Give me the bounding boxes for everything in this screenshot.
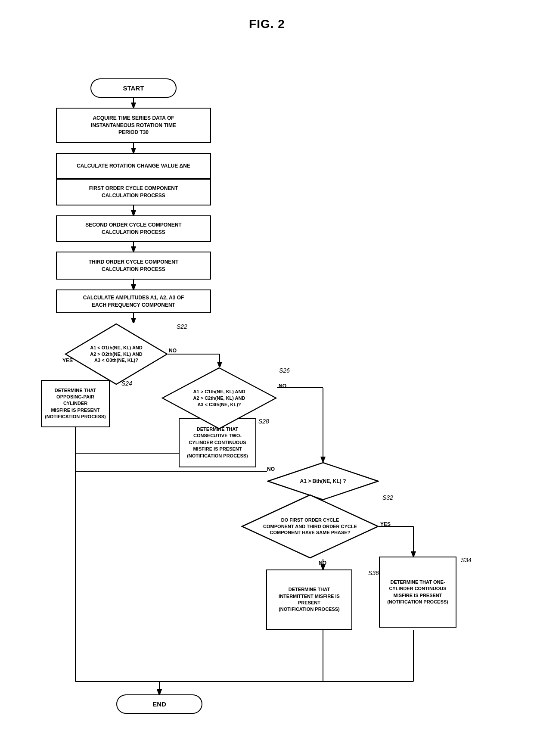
s20-text: CALCULATE AMPLITUDES A1, A2, A3 OF EACH … bbox=[83, 294, 184, 309]
s16-text: SECOND ORDER CYCLE COMPONENT CALCULATION… bbox=[85, 221, 181, 236]
s32-diamond: DO FIRST ORDER CYCLE COMPONENT AND THIRD… bbox=[241, 494, 379, 559]
s24-text: DETERMINE THAT OPPOSING-PAIR CYLINDER MI… bbox=[44, 387, 107, 420]
s16-box: SECOND ORDER CYCLE COMPONENT CALCULATION… bbox=[56, 215, 211, 242]
s34-text: DETERMINE THAT ONE- CYLINDER CONTINUOUS … bbox=[387, 579, 448, 606]
s32-step-label: S32 bbox=[382, 494, 393, 501]
s34-step-label: S34 bbox=[461, 557, 472, 563]
s22-step-label: S22 bbox=[177, 323, 187, 330]
s26-no-label: NO bbox=[279, 383, 286, 389]
s10-box: ACQUIRE TIME SERIES DATA OF INSTANTANEOU… bbox=[56, 108, 211, 143]
start-label: START bbox=[123, 84, 144, 92]
s22-text: A1 < O1th(NE, KL) AND A2 > O2th(NE, KL) … bbox=[90, 345, 143, 364]
s26-diamond: A1 > C1th(NE, KL) AND A2 > C2th(NE, KL) … bbox=[161, 367, 277, 429]
s26-text: A1 > C1th(NE, KL) AND A2 > C2th(NE, KL) … bbox=[193, 389, 245, 408]
start-node: START bbox=[90, 78, 177, 98]
s34-box: DETERMINE THAT ONE- CYLINDER CONTINUOUS … bbox=[379, 557, 456, 628]
s36-text: DETERMINE THAT INTERMITTENT MISFIRE IS P… bbox=[279, 586, 340, 613]
s18-box: THIRD ORDER CYCLE COMPONENT CALCULATION … bbox=[56, 252, 211, 280]
s32-text: DO FIRST ORDER CYCLE COMPONENT AND THIRD… bbox=[263, 517, 357, 536]
s14-text: FIRST ORDER CYCLE COMPONENT CALCULATION … bbox=[89, 185, 178, 199]
s22-diamond: A1 < O1th(NE, KL) AND A2 > O2th(NE, KL) … bbox=[65, 323, 168, 385]
end-label: END bbox=[152, 700, 166, 708]
s30-text: A1 > Bth(NE, KL) ? bbox=[300, 478, 346, 485]
s32-yes-label: YES bbox=[380, 521, 391, 527]
s24-box: DETERMINE THAT OPPOSING-PAIR CYLINDER MI… bbox=[41, 380, 110, 427]
end-node: END bbox=[116, 694, 202, 714]
s14-box: FIRST ORDER CYCLE COMPONENT CALCULATION … bbox=[56, 179, 211, 205]
s28-text: DETERMINE THAT CONSECUTIVE TWO- CYLINDER… bbox=[187, 426, 248, 459]
s32-no-label: NO bbox=[319, 560, 326, 566]
s18-text: THIRD ORDER CYCLE COMPONENT CALCULATION … bbox=[89, 258, 179, 273]
s20-box: CALCULATE AMPLITUDES A1, A2, A3 OF EACH … bbox=[56, 289, 211, 313]
s36-step-label: S36 bbox=[368, 569, 379, 576]
s26-step-label: S26 bbox=[279, 367, 290, 374]
s22-no-label: NO bbox=[169, 348, 177, 354]
s12-box: CALCULATE ROTATION CHANGE VALUE ΔNE bbox=[56, 153, 211, 179]
s12-text: CALCULATE ROTATION CHANGE VALUE ΔNE bbox=[77, 162, 190, 170]
s36-box: DETERMINE THAT INTERMITTENT MISFIRE IS P… bbox=[266, 569, 352, 630]
s10-text: ACQUIRE TIME SERIES DATA OF INSTANTANEOU… bbox=[91, 115, 176, 136]
page-title: FIG. 2 bbox=[0, 0, 534, 40]
